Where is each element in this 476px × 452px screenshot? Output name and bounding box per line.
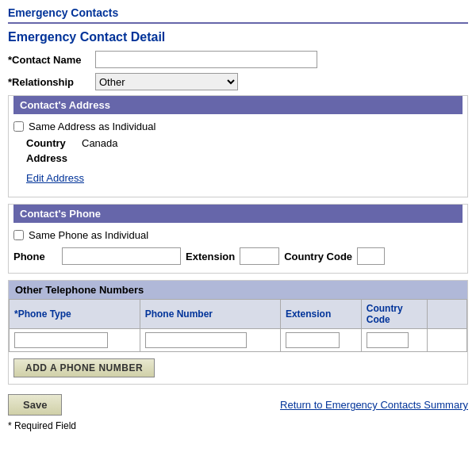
col-header-phone-number: Phone Number (140, 300, 280, 329)
country-value: Canada (82, 137, 118, 149)
return-link[interactable]: Return to Emergency Contacts Summary (280, 399, 468, 411)
address-label: Address (26, 152, 82, 164)
address-section-header: Contact's Address (13, 96, 463, 114)
col-header-extension: Extension (280, 300, 361, 329)
same-address-label: Same Address as Individual (29, 121, 155, 132)
phone-number-cell-input[interactable] (145, 332, 247, 348)
phone-type-cell-input[interactable] (14, 332, 108, 348)
footer-row: Save Return to Emergency Contacts Summar… (8, 394, 468, 416)
country-code-cell (361, 329, 427, 352)
phone-table-header-row: *Phone Type Phone Number Extension Count… (10, 300, 467, 329)
same-phone-checkbox[interactable] (13, 230, 24, 240)
phone-fields-row: Phone Extension Country Code (13, 247, 463, 265)
col-header-action (427, 300, 466, 329)
phone-section: Contact's Phone Same Phone as Individual… (8, 204, 468, 274)
page-title: Emergency Contacts (8, 6, 468, 24)
phone-type-cell (10, 329, 140, 352)
address-info: Country Canada Address (13, 137, 463, 167)
extension-label: Extension (186, 251, 235, 262)
country-label: Country (26, 137, 82, 149)
same-address-row: Same Address as Individual (13, 121, 463, 132)
extension-cell (280, 329, 361, 352)
extension-input[interactable] (240, 247, 279, 265)
other-phone-section: Other Telephone Numbers *Phone Type Phon… (8, 280, 468, 385)
country-code-cell-input[interactable] (367, 332, 409, 348)
relationship-label: *Relationship (8, 76, 95, 88)
edit-address-link[interactable]: Edit Address (13, 172, 463, 184)
phone-section-header: Contact's Phone (13, 205, 463, 223)
section-heading: Emergency Contact Detail (8, 30, 468, 44)
phone-number-cell (140, 329, 280, 352)
action-cell (427, 329, 466, 352)
phone-label: Phone (13, 251, 57, 262)
other-phone-header: Other Telephone Numbers (9, 281, 467, 299)
contact-name-label: *Contact Name (8, 54, 95, 66)
col-header-country-code: Country Code (361, 300, 427, 329)
address-row: Address (26, 152, 463, 164)
required-note: * Required Field (8, 420, 468, 431)
relationship-row: *Relationship Other Spouse Parent Siblin… (8, 73, 468, 90)
phone-input[interactable] (62, 247, 181, 265)
save-button[interactable]: Save (8, 394, 62, 416)
same-phone-row: Same Phone as Individual (13, 229, 463, 241)
country-code-input[interactable] (357, 247, 385, 265)
contact-name-input[interactable] (95, 51, 317, 68)
country-row: Country Canada (26, 137, 463, 149)
country-code-label: Country Code (284, 251, 352, 262)
address-section: Contact's Address Same Address as Indivi… (8, 95, 468, 197)
extension-cell-input[interactable] (286, 332, 340, 348)
contact-name-row: *Contact Name (8, 51, 468, 68)
same-phone-label: Same Phone as Individual (29, 229, 148, 241)
add-phone-button[interactable]: Add A Phone Number (13, 358, 155, 377)
table-row (10, 329, 467, 352)
phone-table: *Phone Type Phone Number Extension Count… (9, 299, 467, 352)
relationship-select[interactable]: Other Spouse Parent Sibling Child Friend (95, 73, 238, 90)
same-address-checkbox[interactable] (13, 121, 24, 132)
col-header-phone-type: *Phone Type (10, 300, 140, 329)
